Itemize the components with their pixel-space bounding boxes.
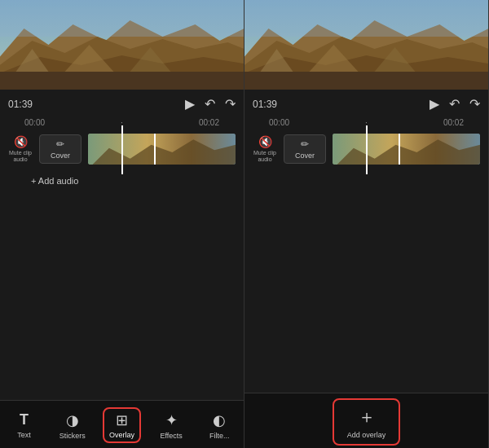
timeline-needle-left [121,125,123,174]
redo-button-left[interactable]: ↷ [225,96,236,112]
ctrl-icons-right: ▶ ↶ ↷ [430,96,480,112]
svg-rect-8 [0,0,244,37]
cover-clip-left[interactable]: ✏ Cover [39,134,82,164]
cover-edit-icon-left: ✏ [56,138,64,150]
redo-button-right[interactable]: ↷ [469,96,480,112]
mute-icon-right: 🔇 [258,135,272,148]
play-button-left[interactable]: ▶ [185,96,195,112]
effects-icon: ✦ [165,411,178,429]
add-overlay-icon: ＋ [358,405,376,429]
filter-label: Filte... [209,432,230,440]
overlay-label: Overlay [109,431,134,439]
mute-label-right: Mute clipaudio [253,150,276,164]
time-display-right: 01:39 [253,99,277,110]
video-preview-left [0,0,244,90]
clip-thumbnail-left [88,134,236,165]
stickers-label: Stickers [59,432,86,440]
timeline-needle-right [366,125,368,174]
cover-clip-right[interactable]: ✏ Cover [284,134,326,164]
right-bottom-toolbar: ＋ Add overlay [244,393,488,448]
ruler-end-left: 00:02 [199,118,219,127]
text-label: Text [17,431,31,439]
ctrl-icons-left: ▶ ↶ ↷ [185,96,236,112]
undo-button-right[interactable]: ↶ [449,96,460,112]
clip-thumbnail-right [333,134,480,165]
right-spacer [244,171,488,393]
text-icon: T [20,411,29,428]
add-overlay-button[interactable]: ＋ Add overlay [333,398,401,446]
preview-mountain-svg [0,0,244,90]
mute-clip-right[interactable]: 🔇 Mute clipaudio [253,135,277,164]
filter-icon: ◐ [213,411,226,429]
cover-label-right: Cover [295,152,315,160]
toolbar-item-effects[interactable]: ✦ Effects [153,411,189,440]
controls-left: 01:39 ▶ ↶ ↷ [0,90,244,115]
svg-rect-4 [0,72,244,90]
time-display-left: 01:39 [8,99,33,110]
effects-label: Effects [160,432,182,440]
mute-clip-left[interactable]: 🔇 Mute clipaudio [8,135,33,164]
ruler-start-left: 00:00 [24,118,45,127]
add-audio-label-left: + Add audio [31,176,78,186]
toolbar-item-filter[interactable]: ◐ Filte... [201,411,237,440]
cover-edit-icon-right: ✏ [301,138,309,150]
bottom-toolbar-left: T Text ◑ Stickers ⊞ Overlay ✦ Effects ◐ … [0,400,244,448]
overlay-icon: ⊞ [116,411,128,429]
timeline-right: 00:00 · 00:02 🔇 Mute clipaudio ✏ Cover [244,115,488,171]
right-panel: 01:39 ▶ ↶ ↷ 00:00 · 00:02 🔇 Mute clipaud… [244,0,489,448]
main-video-clip-left[interactable] [88,134,236,165]
toolbar-item-text[interactable]: T Text [7,411,42,439]
left-panel: 01:39 ▶ ↶ ↷ 00:00 · 00:02 🔇 Mute clipaud… [0,0,244,448]
toolbar-item-overlay[interactable]: ⊞ Overlay [103,407,141,443]
play-button-right[interactable]: ▶ [430,96,439,112]
main-video-clip-right[interactable] [333,134,480,165]
mute-label-left: Mute clipaudio [9,150,32,164]
ruler-start-right: 00:00 [269,118,289,127]
toolbar-item-stickers[interactable]: ◑ Stickers [55,411,90,440]
cover-label-left: Cover [51,152,70,160]
overlay-btn: ⊞ Overlay [103,407,141,443]
timeline-left: 00:00 · 00:02 🔇 Mute clipaudio ✏ Cover [0,115,244,171]
ruler-end-right: 00:02 [443,118,464,127]
add-overlay-label: Add overlay [347,431,386,439]
video-preview-right [244,0,488,90]
stickers-icon: ◑ [66,411,79,429]
svg-rect-19 [244,0,488,37]
svg-rect-15 [244,72,488,90]
preview-mountain-svg-right [244,0,488,90]
undo-button-left[interactable]: ↶ [205,96,215,112]
mute-icon-left: 🔇 [14,135,28,148]
controls-right: 01:39 ▶ ↶ ↷ [244,90,488,115]
